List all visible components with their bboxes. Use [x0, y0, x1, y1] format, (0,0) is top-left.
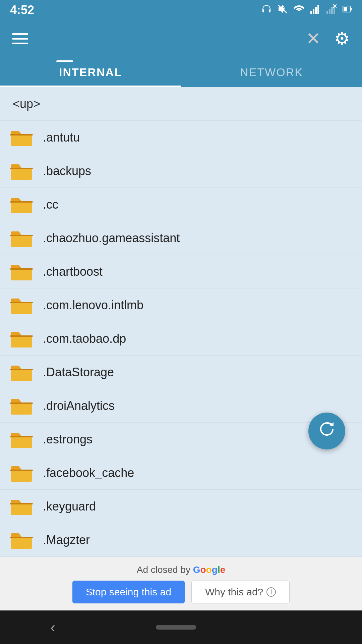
signal-icon	[310, 4, 320, 16]
ad-buttons: Stop seeing this ad Why this ad? i	[72, 581, 290, 603]
settings-button[interactable]: ⚙	[334, 29, 350, 49]
list-item[interactable]: .backups	[0, 154, 362, 188]
svg-rect-21	[10, 369, 33, 370]
ad-banner: Ad closed by Google Stop seeing this ad …	[0, 557, 362, 610]
toolbar-right: ✕ ⚙	[306, 29, 350, 49]
toolbar: ✕ ⚙	[0, 20, 362, 57]
svg-rect-14	[10, 134, 33, 136]
folder-icon	[9, 161, 34, 181]
list-item[interactable]: .Magzter	[0, 523, 362, 557]
file-name: .com.lenovo.intlmb	[43, 298, 143, 312]
status-bar: 4:52	[0, 0, 362, 20]
file-name: .antutu	[43, 130, 80, 145]
list-item[interactable]: .estrongs	[0, 423, 362, 456]
list-item[interactable]: .chaozhuo.gameassistant	[0, 221, 362, 255]
info-icon: i	[266, 587, 276, 597]
folder-icon	[9, 228, 34, 248]
svg-rect-13	[350, 8, 352, 10]
svg-rect-26	[10, 537, 33, 538]
svg-rect-3	[315, 7, 317, 14]
list-item[interactable]: .cc	[0, 188, 362, 221]
back-button[interactable]: ‹	[50, 619, 55, 636]
svg-rect-16	[10, 201, 33, 203]
main-content: <up> .antutu .backups	[0, 87, 362, 557]
svg-rect-6	[329, 9, 330, 14]
folder-icon	[9, 295, 34, 315]
folder-icon	[9, 429, 34, 449]
refresh-fab[interactable]	[308, 413, 345, 449]
folder-icon	[9, 262, 34, 282]
menu-button[interactable]	[12, 33, 28, 44]
svg-rect-22	[10, 402, 33, 404]
file-name: .droiAnalytics	[43, 399, 115, 413]
list-item[interactable]: .facebook_cache	[0, 456, 362, 490]
list-item[interactable]: .chartboost	[0, 255, 362, 288]
up-label: <up>	[9, 97, 40, 111]
svg-rect-17	[10, 235, 33, 236]
battery-icon	[343, 4, 352, 16]
headphone-icon	[261, 4, 272, 16]
svg-rect-19	[10, 302, 33, 303]
file-name: .backups	[43, 164, 91, 178]
file-name: .Magzter	[43, 533, 90, 547]
status-time: 4:52	[10, 3, 34, 17]
stop-seeing-ad-button[interactable]: Stop seeing this ad	[72, 581, 185, 603]
svg-rect-23	[10, 436, 33, 437]
file-name: .DataStorage	[43, 365, 114, 379]
file-item-up[interactable]: <up>	[0, 87, 362, 121]
home-indicator[interactable]	[156, 625, 196, 630]
signal-x-icon	[326, 4, 337, 16]
svg-rect-18	[10, 268, 33, 270]
folder-icon	[9, 195, 34, 215]
list-item[interactable]: .keyguard	[0, 490, 362, 523]
list-item[interactable]: .com.taobao.dp	[0, 322, 362, 356]
file-name: .cc	[43, 198, 58, 212]
file-name: .estrongs	[43, 432, 93, 446]
ad-closed-label: Ad closed by Google	[137, 565, 226, 575]
svg-rect-4	[317, 5, 319, 14]
tab-internal[interactable]: INTERNAL	[0, 57, 181, 87]
list-item[interactable]: .antutu	[0, 121, 362, 154]
svg-rect-5	[326, 11, 328, 14]
wifi-icon	[294, 5, 304, 16]
svg-rect-2	[313, 9, 314, 14]
folder-icon	[9, 463, 34, 483]
folder-icon	[9, 329, 34, 349]
mute-icon	[278, 4, 288, 16]
close-button[interactable]: ✕	[306, 30, 321, 47]
svg-rect-25	[10, 503, 33, 504]
svg-rect-24	[10, 470, 33, 471]
file-name: .com.taobao.dp	[43, 332, 126, 346]
file-name: .chartboost	[43, 265, 103, 279]
list-item[interactable]: .DataStorage	[0, 356, 362, 389]
status-icons	[261, 4, 352, 16]
file-name: .facebook_cache	[43, 466, 134, 480]
folder-icon	[9, 127, 34, 148]
folder-icon	[9, 396, 34, 416]
file-list: <up> .antutu .backups	[0, 87, 362, 557]
list-item[interactable]: .com.lenovo.intlmb	[0, 288, 362, 322]
file-name: .keyguard	[43, 499, 96, 514]
folder-icon	[9, 530, 34, 550]
tabs: INTERNAL NETWORK	[0, 57, 362, 87]
nav-bar: ‹	[0, 610, 362, 644]
tab-network[interactable]: NETWORK	[181, 57, 362, 87]
refresh-icon	[317, 420, 336, 442]
svg-rect-15	[10, 168, 33, 169]
list-item[interactable]: .droiAnalytics	[0, 389, 362, 423]
svg-rect-1	[310, 11, 312, 14]
svg-rect-20	[10, 335, 33, 337]
file-name: .chaozhuo.gameassistant	[43, 231, 180, 245]
folder-icon	[9, 496, 34, 517]
folder-icon	[9, 362, 34, 382]
svg-rect-7	[331, 7, 333, 14]
why-this-ad-button[interactable]: Why this ad? i	[191, 581, 290, 603]
svg-rect-12	[344, 7, 347, 11]
